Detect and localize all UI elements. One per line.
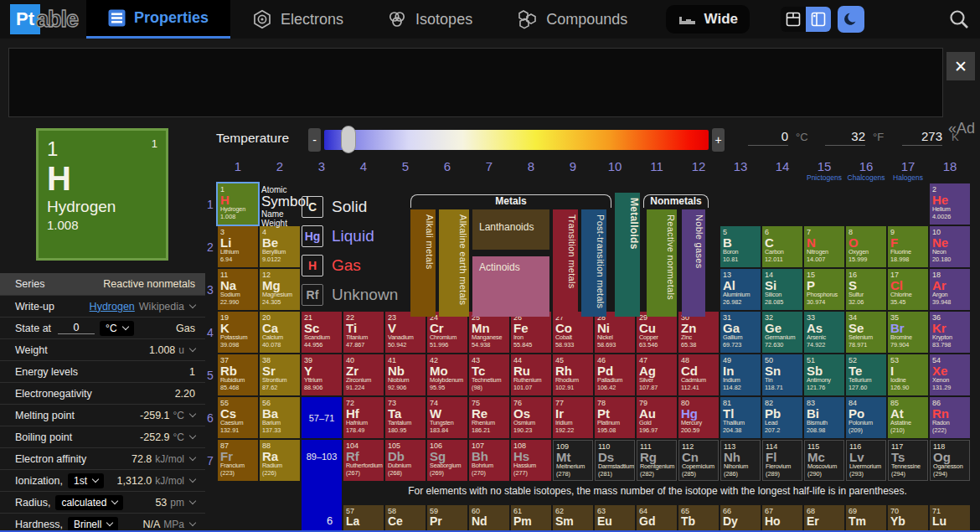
element-Pb[interactable]: 82PbLead207.2: [762, 397, 802, 438]
element-B[interactable]: 5BBoron10.81: [720, 226, 761, 267]
element-Hs[interactable]: 108HsHassium(277): [511, 440, 551, 481]
temperature-plus-button[interactable]: +: [712, 128, 725, 152]
element-Ta[interactable]: 73TaTantalum180.95: [385, 397, 426, 438]
element-Tc[interactable]: 43TcTechnetium(98): [469, 354, 509, 395]
element-Sc[interactable]: 21ScScandium44.956: [302, 312, 342, 353]
element-Ti[interactable]: 22TiTitanium47.867: [343, 312, 384, 353]
element-Co[interactable]: 27CoCobalt58.933: [553, 312, 593, 353]
chevron-down-icon[interactable]: [189, 454, 196, 461]
element-Xe[interactable]: 54XeXenon131.29: [930, 354, 970, 395]
element-F[interactable]: 9FFluorine18.998: [888, 226, 928, 267]
element-Ni[interactable]: 28NiNickel58.693: [595, 312, 635, 353]
element-Ir[interactable]: 77IrIridium192.22: [553, 397, 593, 438]
element-Rg[interactable]: 111RgRoentgenium(282): [637, 440, 677, 481]
element-Te[interactable]: 52TeTellurium127.60: [846, 354, 886, 395]
property-select[interactable]: Brinell: [68, 517, 118, 532]
series-legend-transition-metals[interactable]: Transition metals: [553, 209, 578, 317]
element-Ra[interactable]: 88RaRadium(226): [260, 440, 300, 481]
chevron-down-icon[interactable]: [189, 345, 196, 352]
element-Au[interactable]: 79AuGold196.97: [637, 397, 677, 438]
fahrenheit-input[interactable]: 32: [825, 129, 865, 146]
element-Mn[interactable]: 25MnManganese54.938: [469, 312, 509, 353]
element-V[interactable]: 23VVanadium50.942: [385, 312, 426, 353]
element-Kr[interactable]: 36KrKrypton83.798: [930, 312, 970, 353]
element-H[interactable]: 1HHydrogen1.008: [218, 183, 258, 225]
temperature-slider-thumb[interactable]: [341, 126, 356, 153]
element-Na[interactable]: 11NaSodium22.990: [218, 269, 258, 310]
element-Ga[interactable]: 31GaGallium69.723: [720, 312, 761, 353]
celsius-input[interactable]: 0: [748, 129, 788, 146]
element-Lu[interactable]: 71Lu: [930, 505, 970, 531]
element-Gd[interactable]: 64Gd: [637, 505, 677, 531]
element-Se[interactable]: 34SeSelenium78.971: [846, 312, 886, 353]
chevron-down-icon[interactable]: [189, 476, 196, 483]
element-Db[interactable]: 105DbDubnium(268): [385, 440, 426, 481]
wide-layout-button[interactable]: Wide: [666, 5, 750, 34]
tab-compounds[interactable]: Compounds: [494, 0, 649, 39]
element-Pd[interactable]: 46PdPalladium106.42: [595, 354, 635, 395]
element-Mc[interactable]: 115McMoscovium(290): [804, 440, 844, 481]
ad-close-button[interactable]: ✕: [946, 52, 975, 80]
element-Ba[interactable]: 56BaBarium137.33: [260, 397, 300, 438]
element-N[interactable]: 7NNitrogen14.007: [804, 226, 844, 267]
element-Ts[interactable]: 117TsTennessine(294): [888, 440, 928, 481]
element-O[interactable]: 8OOxygen15.999: [846, 226, 886, 267]
element-Ds[interactable]: 110DsDarmstadtium(281): [595, 440, 635, 481]
element-Cr[interactable]: 24CrChromium51.996: [427, 312, 467, 353]
element-La[interactable]: 57La: [343, 505, 384, 531]
element-Hg[interactable]: 80HgMercury200.59: [678, 397, 719, 438]
element-Ru[interactable]: 44RuRuthenium101.07: [511, 354, 551, 395]
tab-electrons[interactable]: Electrons: [230, 0, 365, 39]
series-legend-post-transition-metals[interactable]: Post-transition metals: [581, 209, 606, 317]
element-Y[interactable]: 39YYttrium88.906: [302, 354, 342, 395]
series-legend-reactive-nonmetals[interactable]: Reactive nonmetals: [647, 209, 677, 317]
element-Mo[interactable]: 42MoMolybdenum95.95: [427, 354, 467, 395]
search-button[interactable]: [948, 8, 970, 34]
element-Ne[interactable]: 10NeNeon20.180: [930, 226, 970, 267]
element-Nb[interactable]: 41NbNiobium92.906: [385, 354, 426, 395]
element-Al[interactable]: 13AlAluminium26.982: [720, 269, 761, 310]
element-Rf[interactable]: 104RfRutherfordium(267): [343, 440, 384, 481]
chevron-down-icon[interactable]: [189, 411, 196, 417]
element-Zn[interactable]: 30ZnZinc65.38: [678, 312, 719, 353]
element-Cs[interactable]: 55CsCaesium132.91: [218, 397, 258, 438]
element-Ag[interactable]: 47AgSilver107.87: [637, 354, 677, 395]
element-Li[interactable]: 3LiLithium6.94: [218, 226, 258, 267]
element-Rn[interactable]: 86RnRadon(222): [930, 397, 970, 438]
tab-properties[interactable]: Properties: [86, 0, 230, 39]
element-Eu[interactable]: 63Eu: [595, 505, 635, 531]
tab-isotopes[interactable]: Isotopes: [365, 0, 494, 39]
ptable-logo[interactable]: Pt able: [10, 4, 78, 34]
element-In[interactable]: 49InIndium114.82: [720, 354, 761, 395]
lanthanoid-placeholder[interactable]: 57–71: [302, 397, 342, 438]
element-Sb[interactable]: 51SbAntimony121.76: [804, 354, 844, 395]
element-Yb[interactable]: 70Yb: [888, 505, 928, 531]
element-Ar[interactable]: 18ArArgon39.948: [930, 269, 970, 310]
element-Tm[interactable]: 69Tm: [846, 505, 886, 531]
series-legend-noble-gases[interactable]: Noble gases: [682, 209, 705, 317]
element-Mt[interactable]: 109MtMeitnerium(278): [553, 440, 593, 481]
element-Rb[interactable]: 37RbRubidium85.468: [218, 354, 258, 395]
series-legend-alkali-metals[interactable]: Alkali metals: [410, 209, 436, 317]
state-temperature-input[interactable]: 0: [58, 322, 95, 334]
element-Bh[interactable]: 107BhBohrium(270): [469, 440, 509, 481]
element-Cn[interactable]: 112CnCopernicium(285): [678, 440, 719, 481]
element-Sg[interactable]: 106SgSeaborgium(269): [427, 440, 467, 481]
writeup-link[interactable]: Hydrogen: [90, 301, 135, 312]
property-select[interactable]: calculated: [55, 495, 123, 510]
element-Po[interactable]: 84PoPolonium(209): [846, 397, 886, 438]
element-Bi[interactable]: 83BiBismuth208.98: [804, 397, 844, 438]
element-Hf[interactable]: 72HfHafnium178.49: [343, 397, 384, 438]
series-legend-metalloids[interactable]: Metalloids: [615, 193, 640, 317]
element-Lv[interactable]: 116LvLivermorium(293): [846, 440, 886, 481]
element-Dy[interactable]: 66Dy: [720, 505, 761, 531]
element-As[interactable]: 33AsArsenic74.922: [804, 312, 844, 353]
element-Og[interactable]: 118OgOganesson(294): [930, 440, 970, 481]
element-Si[interactable]: 14SiSilicon28.085: [762, 269, 802, 310]
chevron-down-icon[interactable]: [189, 498, 196, 504]
chevron-down-icon[interactable]: [189, 432, 196, 439]
stacked-view-toggle[interactable]: [781, 7, 806, 32]
element-Tl[interactable]: 81TlThallium204.38: [720, 397, 761, 438]
element-Nh[interactable]: 113NhNihonium(286): [720, 440, 761, 481]
element-Fl[interactable]: 114FlFlerovium(289): [762, 440, 802, 481]
